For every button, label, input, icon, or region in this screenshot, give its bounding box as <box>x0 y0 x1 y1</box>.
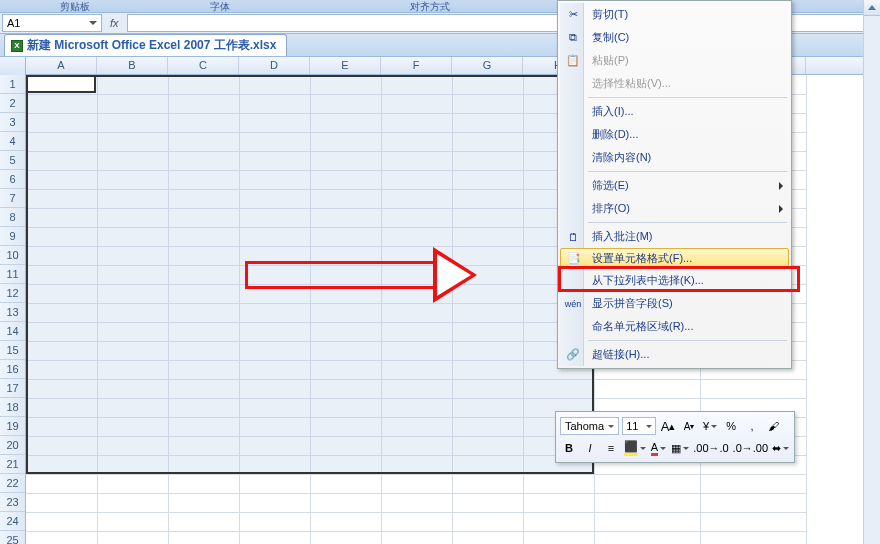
row-header[interactable]: 13 <box>0 303 25 322</box>
italic-button[interactable]: I <box>581 439 599 457</box>
decrease-decimal-button[interactable]: .0→.00 <box>732 439 768 457</box>
row-header[interactable]: 25 <box>0 531 25 544</box>
row-header[interactable]: 9 <box>0 227 25 246</box>
row-header[interactable]: 7 <box>0 189 25 208</box>
column-header[interactable]: C <box>168 57 239 74</box>
font-name: Tahoma <box>565 420 604 432</box>
column-header[interactable]: G <box>452 57 523 74</box>
select-all-corner[interactable] <box>0 57 26 75</box>
column-header[interactable]: F <box>381 57 452 74</box>
row-header[interactable]: 16 <box>0 360 25 379</box>
menu-filter[interactable]: 筛选(E) <box>560 174 789 197</box>
row-header[interactable]: 8 <box>0 208 25 227</box>
fill-color-button[interactable]: ⬛ <box>623 439 646 457</box>
font-color-button[interactable]: A <box>649 439 667 457</box>
phonetic-icon: wén <box>565 296 581 312</box>
row-header[interactable]: 2 <box>0 94 25 113</box>
percent-button[interactable]: % <box>722 417 740 435</box>
row-header[interactable]: 1 <box>0 75 25 94</box>
increase-decimal-button[interactable]: .00→.0 <box>693 439 729 457</box>
row-header[interactable]: 14 <box>0 322 25 341</box>
menu-phonetic[interactable]: wén显示拼音字段(S) <box>560 292 789 315</box>
font-size-select[interactable]: 11 <box>622 417 656 435</box>
bold-button[interactable]: B <box>560 439 578 457</box>
column-header[interactable]: D <box>239 57 310 74</box>
name-box[interactable]: A1 <box>2 14 102 32</box>
fx-icon[interactable]: fx <box>110 17 119 29</box>
comma-style-button[interactable]: , <box>743 417 761 435</box>
font-family-select[interactable]: Tahoma <box>560 417 619 435</box>
ribbon-label-clipboard: 剪贴板 <box>0 0 150 12</box>
row-header[interactable]: 12 <box>0 284 25 303</box>
merge-button[interactable]: ⬌ <box>772 439 790 457</box>
row-header[interactable]: 20 <box>0 436 25 455</box>
row-header[interactable]: 17 <box>0 379 25 398</box>
grow-font-button[interactable]: A▴ <box>659 417 677 435</box>
copy-icon: ⧉ <box>565 30 581 46</box>
row-header[interactable]: 15 <box>0 341 25 360</box>
menu-format-cells[interactable]: 📑设置单元格格式(F)... <box>560 248 789 269</box>
menu-label: 从下拉列表中选择(K)... <box>592 273 704 288</box>
menu-label: 显示拼音字段(S) <box>592 296 673 311</box>
row-header[interactable]: 18 <box>0 398 25 417</box>
row-header[interactable]: 6 <box>0 170 25 189</box>
format-icon: 📑 <box>566 251 582 267</box>
column-header[interactable]: A <box>26 57 97 74</box>
menu-label: 插入批注(M) <box>592 229 653 244</box>
scroll-up-button[interactable] <box>864 0 880 16</box>
menu-insert[interactable]: 插入(I)... <box>560 100 789 123</box>
font-size: 11 <box>626 420 638 432</box>
context-menu: ✂剪切(T) ⧉复制(C) 📋粘贴(P) 选择性粘贴(V)... 插入(I)..… <box>557 0 792 369</box>
row-header[interactable]: 3 <box>0 113 25 132</box>
mini-toolbar: Tahoma 11 A▴ A▾ ¥ % , 🖌 B I ≡ ⬛ A ▦ .00→… <box>555 411 795 463</box>
column-header[interactable]: E <box>310 57 381 74</box>
menu-label: 筛选(E) <box>592 178 629 193</box>
menu-label: 超链接(H)... <box>592 347 649 362</box>
row-header[interactable]: 5 <box>0 151 25 170</box>
shrink-font-button[interactable]: A▾ <box>680 417 698 435</box>
column-header[interactable]: B <box>97 57 168 74</box>
format-painter-button[interactable]: 🖌 <box>764 417 782 435</box>
menu-dropdown-pick[interactable]: 从下拉列表中选择(K)... <box>560 269 789 292</box>
row-header[interactable]: 10 <box>0 246 25 265</box>
menu-delete[interactable]: 删除(D)... <box>560 123 789 146</box>
chevron-right-icon <box>779 205 783 213</box>
row-header[interactable]: 24 <box>0 512 25 531</box>
menu-name-range[interactable]: 命名单元格区域(R)... <box>560 315 789 338</box>
vertical-scrollbar[interactable] <box>863 0 880 544</box>
row-header[interactable]: 21 <box>0 455 25 474</box>
workbook-tab-active[interactable]: X 新建 Microsoft Office Excel 2007 工作表.xls… <box>4 34 287 56</box>
center-align-button[interactable]: ≡ <box>602 439 620 457</box>
accounting-format-button[interactable]: ¥ <box>701 417 719 435</box>
menu-separator <box>588 222 787 223</box>
ribbon-label-font: 字体 <box>150 0 290 12</box>
menu-clear[interactable]: 清除内容(N) <box>560 146 789 169</box>
scissors-icon: ✂ <box>565 7 581 23</box>
borders-button[interactable]: ▦ <box>670 439 689 457</box>
menu-copy[interactable]: ⧉复制(C) <box>560 26 789 49</box>
ribbon-label-align: 对齐方式 <box>290 0 570 12</box>
menu-paste-special: 选择性粘贴(V)... <box>560 72 789 95</box>
menu-sort[interactable]: 排序(O) <box>560 197 789 220</box>
row-header[interactable]: 4 <box>0 132 25 151</box>
row-header[interactable]: 19 <box>0 417 25 436</box>
name-box-value: A1 <box>7 17 20 29</box>
paste-icon: 📋 <box>565 53 581 69</box>
menu-label: 排序(O) <box>592 201 630 216</box>
menu-label: 清除内容(N) <box>592 150 651 165</box>
menu-cut[interactable]: ✂剪切(T) <box>560 3 789 26</box>
menu-separator <box>588 97 787 98</box>
excel-file-icon: X <box>11 40 23 52</box>
menu-insert-comment[interactable]: 🗒插入批注(M) <box>560 225 789 248</box>
row-header[interactable]: 11 <box>0 265 25 284</box>
menu-label: 剪切(T) <box>592 7 628 22</box>
menu-separator <box>588 171 787 172</box>
workbook-filename: 新建 Microsoft Office Excel 2007 工作表.xlsx <box>27 37 276 54</box>
row-header[interactable]: 23 <box>0 493 25 512</box>
row-header[interactable]: 22 <box>0 474 25 493</box>
chevron-down-icon <box>89 21 97 25</box>
active-cell <box>26 75 96 93</box>
menu-label: 删除(D)... <box>592 127 638 142</box>
menu-hyperlink[interactable]: 🔗超链接(H)... <box>560 343 789 366</box>
menu-label: 粘贴(P) <box>592 53 629 68</box>
